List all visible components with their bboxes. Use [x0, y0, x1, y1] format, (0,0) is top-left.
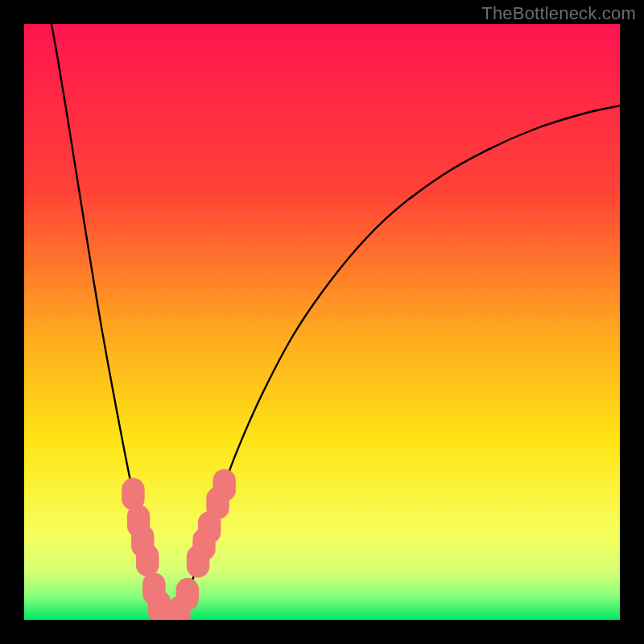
- chart-frame: TheBottleneck.com: [0, 0, 644, 644]
- chart-plot-area: [24, 24, 620, 620]
- chart-background: [24, 24, 620, 620]
- watermark-text: TheBottleneck.com: [481, 3, 636, 24]
- chart-svg: [24, 24, 620, 620]
- data-marker: [176, 578, 199, 610]
- data-marker: [136, 544, 159, 576]
- data-marker: [213, 469, 235, 502]
